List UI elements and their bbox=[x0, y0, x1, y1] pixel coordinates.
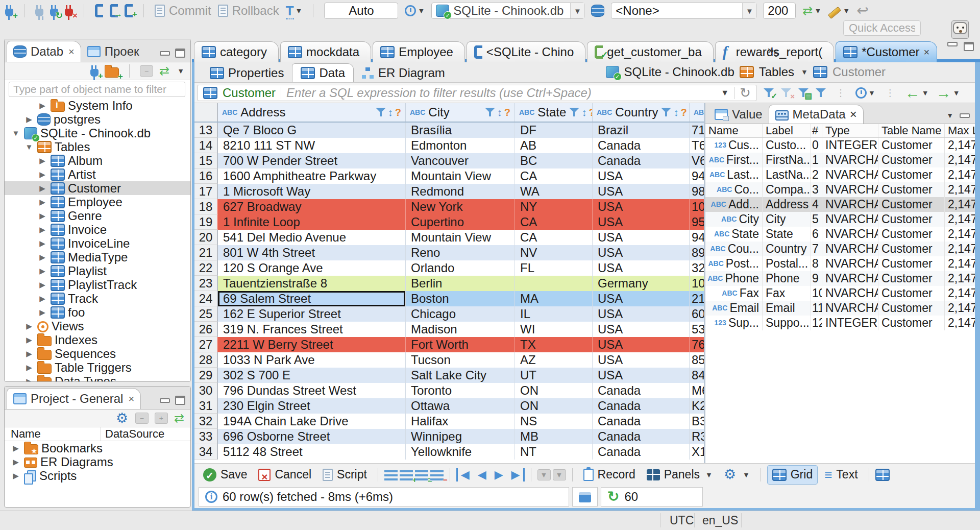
table-row[interactable]: 24 69 Salem Street Boston MA USA 21 bbox=[194, 291, 704, 306]
cell-address[interactable]: 1033 N Park Ave bbox=[218, 352, 406, 368]
new-folder-icon[interactable]: + bbox=[105, 67, 119, 78]
cell-name[interactable]: ABCAdd... bbox=[705, 197, 763, 212]
filter-placeholder[interactable]: Enter a SQL expression to filter results… bbox=[286, 86, 714, 100]
cell-city[interactable]: New York bbox=[406, 199, 515, 214]
clear-filter-icon[interactable]: × bbox=[781, 88, 791, 98]
expand-arrow-icon[interactable]: ▶ bbox=[37, 170, 47, 179]
cell-postalcode[interactable]: B3 bbox=[690, 414, 704, 429]
tree-item[interactable]: ▶ postgres bbox=[5, 112, 190, 126]
tree-item[interactable]: ▶ Genre bbox=[5, 209, 190, 223]
metadata-row[interactable]: 123Sup... Suppo... 12 INTEGER Customer 2… bbox=[705, 316, 975, 330]
cell-postalcode[interactable]: 84 bbox=[690, 368, 704, 383]
cell-postalcode[interactable]: 10 bbox=[690, 199, 704, 214]
cell-country[interactable]: USA bbox=[593, 230, 690, 245]
row-number[interactable]: 15 bbox=[194, 153, 218, 168]
commit-mode-combo[interactable]: Auto bbox=[324, 3, 398, 19]
column-header-datasource[interactable]: DataSource bbox=[101, 427, 164, 441]
column-header-name[interactable]: Name bbox=[705, 124, 763, 137]
expand-arrow-icon[interactable]: ▶ bbox=[37, 308, 47, 317]
editor-tab[interactable]: get_customer_ba bbox=[587, 41, 713, 62]
tab-overflow-button[interactable]: »5 bbox=[765, 44, 781, 61]
cell-label[interactable]: Email bbox=[763, 301, 811, 316]
connect-icon[interactable] bbox=[35, 9, 43, 16]
cell-tablename[interactable]: Customer bbox=[878, 271, 945, 286]
cell-state[interactable]: CA bbox=[515, 214, 593, 230]
table-row[interactable]: 29 302 S 700 E Salt Lake City UT USA 84 bbox=[194, 368, 704, 383]
cell-state[interactable]: IL bbox=[515, 306, 593, 322]
cell-country[interactable]: Germany bbox=[593, 276, 690, 291]
cell-address[interactable]: 796 Dundas Street West bbox=[218, 383, 406, 398]
disconnect-icon[interactable]: × bbox=[65, 9, 73, 16]
metadata-row[interactable]: ABCState State 6 NVARCHAR Customer 2,147… bbox=[705, 227, 975, 242]
expand-arrow-icon[interactable]: ▶ bbox=[37, 101, 47, 110]
cell-type[interactable]: NVARCHAR bbox=[822, 242, 878, 256]
cell-country[interactable]: Canada bbox=[593, 429, 690, 444]
column-header-name[interactable]: Name bbox=[5, 427, 101, 441]
cell-type[interactable]: NVARCHAR bbox=[822, 256, 878, 271]
cell-postalcode[interactable]: 89 bbox=[690, 245, 704, 260]
sql-format-button[interactable]: ▼ bbox=[828, 6, 850, 15]
cell-state[interactable]: AB bbox=[515, 138, 593, 153]
table-row[interactable]: 21 801 W 4th Street Reno NV USA 89 bbox=[194, 245, 704, 260]
editor-tab[interactable]: category bbox=[194, 41, 279, 62]
tree-item[interactable]: ▶ Playlist bbox=[5, 264, 190, 278]
cell-state[interactable]: ON bbox=[515, 398, 593, 414]
cell-label[interactable]: Country bbox=[763, 242, 811, 256]
cell-tablename[interactable]: Customer bbox=[878, 212, 945, 227]
tree-item[interactable]: ▶ InvoiceLine bbox=[5, 236, 190, 250]
filter-input-box[interactable]: Customer Enter a SQL expression to filte… bbox=[198, 85, 756, 101]
export-box[interactable] bbox=[572, 487, 598, 507]
row-number[interactable]: 32 bbox=[194, 414, 218, 429]
cell-number[interactable]: 12 bbox=[811, 316, 822, 330]
table-row[interactable]: 28 1033 N Park Ave Tucson AZ USA 85 bbox=[194, 352, 704, 368]
minimize-view-icon[interactable] bbox=[160, 51, 170, 56]
cell-maxlength[interactable]: 2,147,483 bbox=[945, 286, 975, 301]
cell-number[interactable]: 5 bbox=[811, 212, 822, 227]
cell-country[interactable]: Canada bbox=[593, 398, 690, 414]
tree-item[interactable]: ▶ Indexes bbox=[5, 333, 190, 347]
reconnect-icon[interactable]: ↻ bbox=[50, 9, 58, 16]
row-number[interactable]: 24 bbox=[194, 291, 218, 306]
cell-maxlength[interactable]: 2,147,483 bbox=[945, 153, 975, 167]
filter-hint-icon[interactable]: ? bbox=[395, 107, 401, 118]
cell-state[interactable]: CA bbox=[515, 168, 593, 184]
cell-maxlength[interactable]: 2,147,483 bbox=[945, 271, 975, 286]
cell-state[interactable]: TX bbox=[515, 337, 593, 352]
cell-address[interactable]: 8210 111 ST NW bbox=[218, 138, 406, 153]
editor-tab[interactable]: *Customer × bbox=[836, 41, 937, 62]
cell-tablename[interactable]: Customer bbox=[878, 153, 945, 167]
metadata-row[interactable]: ABCFax Fax 10 NVARCHAR Customer 2,147,48… bbox=[705, 286, 975, 301]
cell-address[interactable]: 1 Microsoft Way bbox=[218, 184, 406, 199]
table-row[interactable]: 17 1 Microsoft Way Redmond WA USA 98 bbox=[194, 184, 704, 199]
cell-type[interactable]: NVARCHAR bbox=[822, 227, 878, 242]
edit-cell-icon[interactable] bbox=[384, 470, 398, 480]
cell-country[interactable]: USA bbox=[593, 245, 690, 260]
cell-type[interactable]: INTEGER bbox=[822, 316, 878, 330]
cell-label[interactable]: State bbox=[763, 227, 811, 242]
close-icon[interactable]: × bbox=[924, 46, 930, 58]
expand-arrow-icon[interactable]: ▶ bbox=[24, 335, 34, 345]
cell-city[interactable]: Tucson bbox=[406, 352, 515, 368]
cell-city[interactable]: Yellowknife bbox=[406, 444, 515, 460]
minimize-panel-icon[interactable] bbox=[960, 113, 970, 118]
cell-maxlength[interactable]: 2,147,483 bbox=[945, 242, 975, 256]
cell-country[interactable]: Canada bbox=[593, 153, 690, 168]
cell-country[interactable]: Canada bbox=[593, 444, 690, 460]
cell-postalcode[interactable]: 94 bbox=[690, 230, 704, 245]
row-number[interactable]: 27 bbox=[194, 337, 218, 352]
table-row[interactable]: 15 700 W Pender Street Vancouver BC Cana… bbox=[194, 153, 704, 168]
cell-postalcode[interactable]: M6 bbox=[690, 383, 704, 398]
cell-maxlength[interactable]: 2,147,483 bbox=[945, 227, 975, 242]
breadcrumb-object[interactable]: Customer bbox=[832, 65, 886, 79]
table-row[interactable]: 33 696 Osborne Street Winnipeg MB Canada… bbox=[194, 429, 704, 444]
gear-icon[interactable] bbox=[116, 412, 129, 425]
tree-item[interactable]: ▶ Invoice bbox=[5, 223, 190, 236]
expand-arrow-icon[interactable]: ▶ bbox=[37, 280, 47, 290]
cell-tablename[interactable]: Customer bbox=[878, 286, 945, 301]
cell-postalcode[interactable]: 53 bbox=[690, 322, 704, 337]
table-row[interactable]: 30 796 Dundas Street West Toronto ON Can… bbox=[194, 383, 704, 398]
cell-tablename[interactable]: Customer bbox=[878, 167, 945, 182]
cell-city[interactable]: Madison bbox=[406, 322, 515, 337]
cell-city[interactable]: Redmond bbox=[406, 184, 515, 199]
minimize-editor-icon[interactable] bbox=[947, 42, 958, 46]
